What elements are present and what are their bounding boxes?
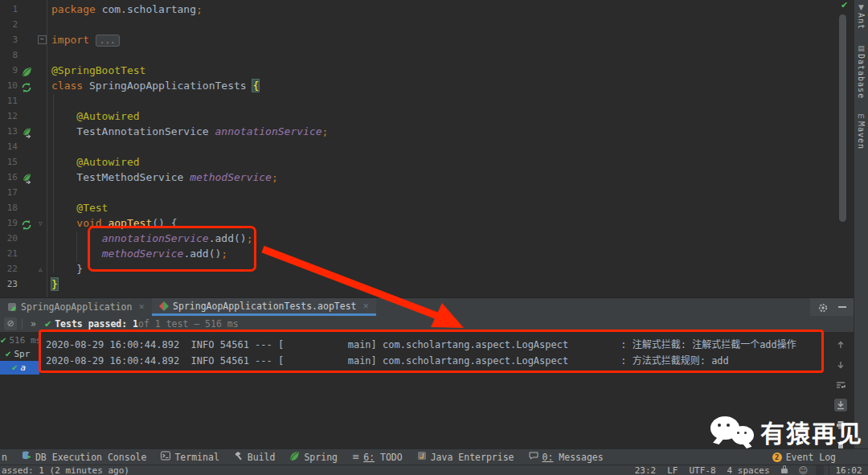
lock-icon[interactable] [781,469,788,473]
todo-icon: ≡ [352,452,359,462]
spring-bean-icon[interactable] [22,172,32,182]
code-text: TestAnnotationService annotationService; [51,124,328,139]
test-tree-row[interactable]: ✔516 ms [0,334,39,347]
expand-chevrons-icon[interactable]: » [27,318,39,330]
tool-window-button-build[interactable]: Build [234,451,276,463]
soft-wrap-icon[interactable] [834,379,847,391]
code-line: 12 @Autowired [0,109,854,124]
spring-run-icon [7,302,17,312]
tool-window-bar: nDB Execution ConsoleTerminalBuildSpring… [0,448,868,465]
code-line: 19▿ void aopTest() { [0,215,854,231]
indent-guide [76,231,77,262]
run-tab-spring-aop-application[interactable]: SpringAopApplication✕ [0,298,152,316]
stripe-button-database[interactable]: ▤Database [854,44,868,99]
log-line: 2020-08-29 16:00:44.892 INFO 54561 --- [… [39,337,854,353]
inspections-ok-icon[interactable]: ✔ [841,0,848,10]
log-line: 2020-08-29 16:00:44.892 INFO 54561 --- [… [39,353,854,369]
stripe-label: Maven [857,121,866,149]
ide-window: 1package com.scholartang;23−import ...89… [0,0,868,475]
code-text: package com.scholartang; [51,2,203,17]
tool-window-button-messages[interactable]: 0: Messages [529,451,604,463]
tests-passed-check-icon: ✔ [44,319,51,330]
test-passed-icon: ✔ [5,350,11,358]
editor-lines: 1package com.scholartang;23−import ...89… [0,2,854,292]
code-line: 3−import ... [0,32,854,47]
tool-window-button-spring[interactable]: Spring [289,451,338,464]
status-widgets: 23:2LFUTF-84 spaces ☺ 16:02 [635,465,868,475]
tool-window-label: Terminal [174,452,219,463]
code-line: 10class SpringAopApplicationTests { [0,78,854,93]
run-panel-body: ✔516 ms✔Spr✔a 2020-08-29 16:00:44.892 IN… [0,332,854,449]
code-text: @Autowired [51,109,140,124]
line-number: 2 [0,17,18,32]
hector-highlighting-icon[interactable]: ☺ [799,465,808,475]
run-console[interactable]: 2020-08-29 16:00:44.892 INFO 54561 --- [… [39,332,854,449]
navigate-up-icon[interactable] [834,338,847,351]
scroll-to-end-icon[interactable] [834,399,847,412]
close-tab-icon[interactable]: ✕ [138,303,145,311]
line-number: 13 [0,124,18,139]
ant-icon: ▼ [858,3,864,11]
status-widget[interactable]: 23:2 [635,465,657,475]
fold-marker-icon[interactable]: ▵ [39,262,43,277]
line-number: 23 [0,276,18,292]
tool-window-button-terminal[interactable]: Terminal [161,451,219,463]
test-tree-label: Spr [14,349,30,359]
test-tree-row[interactable]: ✔a [0,361,39,375]
run-tab-bar: SpringAopApplication✕SpringAopApplicatio… [0,298,854,316]
fold-toggle-icon[interactable]: − [38,35,47,44]
line-number: 15 [0,154,18,170]
code-editor[interactable]: 1package com.scholartang;23−import ...89… [0,0,854,297]
console-output: 2020-08-29 16:00:44.892 INFO 54561 --- [… [39,337,854,369]
print-icon[interactable] [834,419,847,432]
line-number: 10 [0,78,18,93]
memory-indicator[interactable] [816,465,824,475]
line-number: 22 [0,261,18,276]
code-line: 16 TestMethodService methodService; [0,170,854,185]
run-tab-label: SpringAopApplication [21,301,132,313]
tool-window-button-run[interactable]: n [2,452,7,463]
tool-window-label: Java Enterprise [431,452,514,463]
test-passed-icon: ✔ [11,363,18,372]
stop-process-icon[interactable]: ⊘ [4,317,17,330]
status-widget[interactable]: UTF-8 [689,465,715,475]
status-widget[interactable]: LF [667,465,678,475]
toolbar-divider [22,318,23,330]
code-line: 15 @Autowired [0,154,854,170]
tool-window-button-todo[interactable]: ≡6: TODO [352,452,403,463]
settings-gear-icon[interactable] [817,301,829,313]
run-test-icon[interactable] [22,218,32,228]
navigate-down-icon[interactable] [834,358,847,371]
maven-icon: m [858,112,865,120]
editor-scrollbar[interactable] [839,14,846,222]
hide-panel-icon[interactable] [838,306,846,308]
code-text: TestMethodService methodService; [51,170,278,185]
code-line: 13 TestAnnotationService annotationServi… [0,124,854,139]
fold-marker-icon[interactable]: ▿ [39,216,43,231]
line-number: 8 [0,47,18,63]
close-tab-icon[interactable]: ✕ [363,302,370,310]
tool-window-button-java-enterprise[interactable]: Java Enterprise [417,451,514,463]
event-log-button[interactable]: 2 Event Log [772,452,836,463]
run-tab-spring-aop-application-tests-aoptest[interactable]: SpringAopApplicationTests.aopTest✕ [152,298,376,316]
code-text: class SpringAopApplicationTests { [51,78,259,93]
tool-window-button-db-execution-console[interactable]: DB Execution Console [22,451,146,463]
line-number: 16 [0,170,18,185]
status-message: assed: 1 (2 minutes ago) [2,465,129,475]
line-number: 19 [0,215,18,231]
spring-leaf-icon[interactable] [22,65,32,76]
line-number: 20 [0,231,18,246]
run-test-icon[interactable] [22,80,32,91]
tests-passed-summary: Tests passed: 1 [55,318,138,330]
line-number: 21 [0,246,18,261]
stripe-button-ant[interactable]: ▼Ant [854,3,868,30]
junit-test-icon [159,301,169,311]
status-widget[interactable]: 4 spaces [727,465,770,475]
code-line: 2 [0,17,854,32]
run-panel-controls [810,298,854,316]
test-tree-row[interactable]: ✔Spr [0,347,39,361]
tool-window-label: n [2,452,7,463]
test-tree-label: a [20,362,26,373]
spring-bean-icon[interactable] [22,126,32,137]
stripe-button-maven[interactable]: mMaven [854,112,868,149]
